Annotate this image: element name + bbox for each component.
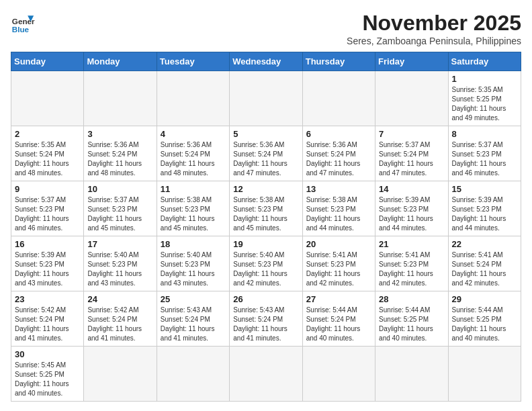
day-number: 2 bbox=[15, 129, 80, 139]
day-info: Sunrise: 5:44 AM Sunset: 5:25 PM Dayligh… bbox=[379, 306, 444, 343]
logo-icon: General Blue bbox=[11, 11, 35, 35]
calendar-week-row: 30Sunrise: 5:45 AM Sunset: 5:25 PM Dayli… bbox=[11, 347, 521, 402]
day-number: 14 bbox=[379, 184, 444, 194]
day-info: Sunrise: 5:37 AM Sunset: 5:23 PM Dayligh… bbox=[87, 195, 152, 233]
day-info: Sunrise: 5:38 AM Sunset: 5:23 PM Dayligh… bbox=[306, 195, 371, 233]
calendar-day-cell bbox=[230, 347, 302, 402]
day-info: Sunrise: 5:35 AM Sunset: 5:25 PM Dayligh… bbox=[452, 85, 517, 123]
day-info: Sunrise: 5:42 AM Sunset: 5:24 PM Dayligh… bbox=[87, 306, 152, 343]
page-header: General Blue November 2025 Seres, Zamboa… bbox=[11, 11, 521, 46]
calendar-day-cell bbox=[448, 347, 521, 402]
calendar-day-cell bbox=[302, 71, 375, 126]
day-number: 16 bbox=[15, 239, 80, 249]
day-info: Sunrise: 5:35 AM Sunset: 5:24 PM Dayligh… bbox=[15, 140, 80, 178]
day-info: Sunrise: 5:39 AM Sunset: 5:23 PM Dayligh… bbox=[452, 195, 517, 233]
day-info: Sunrise: 5:43 AM Sunset: 5:24 PM Dayligh… bbox=[233, 306, 298, 343]
day-number: 9 bbox=[15, 184, 80, 194]
weekday-header: Monday bbox=[84, 52, 157, 71]
day-number: 26 bbox=[233, 294, 298, 304]
calendar-day-cell: 16Sunrise: 5:39 AM Sunset: 5:23 PM Dayli… bbox=[11, 236, 84, 291]
calendar-day-cell: 10Sunrise: 5:37 AM Sunset: 5:23 PM Dayli… bbox=[84, 181, 157, 236]
day-number: 29 bbox=[452, 294, 517, 304]
day-number: 11 bbox=[161, 184, 226, 194]
title-block: November 2025 Seres, Zamboanga Peninsula… bbox=[347, 11, 521, 46]
calendar-day-cell bbox=[157, 71, 229, 126]
calendar-day-cell bbox=[375, 347, 448, 402]
day-number: 5 bbox=[233, 129, 298, 139]
calendar-day-cell: 7Sunrise: 5:37 AM Sunset: 5:24 PM Daylig… bbox=[375, 126, 448, 181]
calendar-week-row: 16Sunrise: 5:39 AM Sunset: 5:23 PM Dayli… bbox=[11, 236, 521, 291]
calendar-day-cell: 23Sunrise: 5:42 AM Sunset: 5:24 PM Dayli… bbox=[11, 291, 84, 347]
day-info: Sunrise: 5:40 AM Sunset: 5:23 PM Dayligh… bbox=[161, 250, 226, 288]
day-number: 30 bbox=[15, 349, 80, 359]
calendar-day-cell: 6Sunrise: 5:36 AM Sunset: 5:24 PM Daylig… bbox=[302, 126, 375, 181]
calendar-day-cell: 12Sunrise: 5:38 AM Sunset: 5:23 PM Dayli… bbox=[230, 181, 302, 236]
calendar-day-cell bbox=[84, 71, 157, 126]
calendar-day-cell bbox=[230, 71, 302, 126]
day-number: 7 bbox=[379, 129, 444, 139]
day-number: 17 bbox=[87, 239, 152, 249]
calendar-day-cell bbox=[157, 347, 229, 402]
weekday-header: Tuesday bbox=[157, 52, 229, 71]
calendar-day-cell: 18Sunrise: 5:40 AM Sunset: 5:23 PM Dayli… bbox=[157, 236, 229, 291]
day-info: Sunrise: 5:42 AM Sunset: 5:24 PM Dayligh… bbox=[15, 306, 80, 343]
calendar-day-cell: 8Sunrise: 5:37 AM Sunset: 5:23 PM Daylig… bbox=[448, 126, 521, 181]
day-number: 28 bbox=[379, 294, 444, 304]
day-number: 25 bbox=[161, 294, 226, 304]
day-number: 15 bbox=[452, 184, 517, 194]
calendar-day-cell: 25Sunrise: 5:43 AM Sunset: 5:24 PM Dayli… bbox=[157, 291, 229, 347]
day-info: Sunrise: 5:41 AM Sunset: 5:23 PM Dayligh… bbox=[306, 250, 371, 288]
day-number: 10 bbox=[87, 184, 152, 194]
calendar-day-cell: 19Sunrise: 5:40 AM Sunset: 5:23 PM Dayli… bbox=[230, 236, 302, 291]
calendar-day-cell: 29Sunrise: 5:44 AM Sunset: 5:25 PM Dayli… bbox=[448, 291, 521, 347]
day-info: Sunrise: 5:36 AM Sunset: 5:24 PM Dayligh… bbox=[87, 140, 152, 178]
day-info: Sunrise: 5:37 AM Sunset: 5:23 PM Dayligh… bbox=[452, 140, 517, 178]
day-number: 19 bbox=[233, 239, 298, 249]
weekday-header: Wednesday bbox=[230, 52, 302, 71]
svg-text:Blue: Blue bbox=[12, 25, 30, 34]
day-number: 22 bbox=[452, 239, 517, 249]
calendar-day-cell: 26Sunrise: 5:43 AM Sunset: 5:24 PM Dayli… bbox=[230, 291, 302, 347]
calendar-day-cell: 21Sunrise: 5:41 AM Sunset: 5:23 PM Dayli… bbox=[375, 236, 448, 291]
weekday-header: Friday bbox=[375, 52, 448, 71]
weekday-header: Saturday bbox=[448, 52, 521, 71]
calendar-day-cell: 15Sunrise: 5:39 AM Sunset: 5:23 PM Dayli… bbox=[448, 181, 521, 236]
day-info: Sunrise: 5:44 AM Sunset: 5:25 PM Dayligh… bbox=[452, 306, 517, 343]
day-info: Sunrise: 5:39 AM Sunset: 5:23 PM Dayligh… bbox=[15, 250, 80, 288]
calendar-week-row: 1Sunrise: 5:35 AM Sunset: 5:25 PM Daylig… bbox=[11, 71, 521, 126]
logo: General Blue bbox=[11, 11, 35, 35]
calendar-day-cell: 28Sunrise: 5:44 AM Sunset: 5:25 PM Dayli… bbox=[375, 291, 448, 347]
calendar-week-row: 9Sunrise: 5:37 AM Sunset: 5:23 PM Daylig… bbox=[11, 181, 521, 236]
day-info: Sunrise: 5:36 AM Sunset: 5:24 PM Dayligh… bbox=[306, 140, 371, 178]
day-info: Sunrise: 5:38 AM Sunset: 5:23 PM Dayligh… bbox=[233, 195, 298, 233]
calendar-day-cell bbox=[302, 347, 375, 402]
day-number: 4 bbox=[161, 129, 226, 139]
day-number: 3 bbox=[87, 129, 152, 139]
calendar-day-cell: 17Sunrise: 5:40 AM Sunset: 5:23 PM Dayli… bbox=[84, 236, 157, 291]
day-number: 13 bbox=[306, 184, 371, 194]
day-info: Sunrise: 5:37 AM Sunset: 5:23 PM Dayligh… bbox=[15, 195, 80, 233]
day-info: Sunrise: 5:41 AM Sunset: 5:23 PM Dayligh… bbox=[379, 250, 444, 288]
day-info: Sunrise: 5:43 AM Sunset: 5:24 PM Dayligh… bbox=[161, 306, 226, 343]
day-number: 21 bbox=[379, 239, 444, 249]
day-info: Sunrise: 5:37 AM Sunset: 5:24 PM Dayligh… bbox=[379, 140, 444, 178]
calendar-day-cell: 11Sunrise: 5:38 AM Sunset: 5:23 PM Dayli… bbox=[157, 181, 229, 236]
day-info: Sunrise: 5:40 AM Sunset: 5:23 PM Dayligh… bbox=[87, 250, 152, 288]
calendar-day-cell bbox=[84, 347, 157, 402]
day-number: 20 bbox=[306, 239, 371, 249]
calendar-week-row: 23Sunrise: 5:42 AM Sunset: 5:24 PM Dayli… bbox=[11, 291, 521, 347]
calendar-day-cell: 5Sunrise: 5:36 AM Sunset: 5:24 PM Daylig… bbox=[230, 126, 302, 181]
day-number: 8 bbox=[452, 129, 517, 139]
calendar-day-cell: 24Sunrise: 5:42 AM Sunset: 5:24 PM Dayli… bbox=[84, 291, 157, 347]
calendar-day-cell: 20Sunrise: 5:41 AM Sunset: 5:23 PM Dayli… bbox=[302, 236, 375, 291]
location-subtitle: Seres, Zamboanga Peninsula, Philippines bbox=[347, 36, 521, 46]
day-info: Sunrise: 5:44 AM Sunset: 5:24 PM Dayligh… bbox=[306, 306, 371, 343]
day-info: Sunrise: 5:36 AM Sunset: 5:24 PM Dayligh… bbox=[161, 140, 226, 178]
calendar-day-cell: 4Sunrise: 5:36 AM Sunset: 5:24 PM Daylig… bbox=[157, 126, 229, 181]
calendar-week-row: 2Sunrise: 5:35 AM Sunset: 5:24 PM Daylig… bbox=[11, 126, 521, 181]
calendar-day-cell bbox=[11, 71, 84, 126]
weekday-header: Sunday bbox=[11, 52, 84, 71]
weekday-header-row: SundayMondayTuesdayWednesdayThursdayFrid… bbox=[11, 52, 521, 71]
calendar-day-cell: 14Sunrise: 5:39 AM Sunset: 5:23 PM Dayli… bbox=[375, 181, 448, 236]
calendar-day-cell: 27Sunrise: 5:44 AM Sunset: 5:24 PM Dayli… bbox=[302, 291, 375, 347]
